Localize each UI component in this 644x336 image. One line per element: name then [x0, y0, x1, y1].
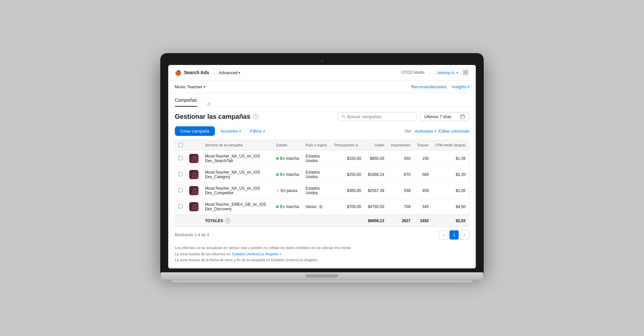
- table-row: 🎵 MusicTeacher_EMEA_GB_en_iOS Dev_Discov…: [175, 199, 469, 215]
- row2-check-cell[interactable]: [175, 166, 186, 182]
- apple-logo-icon: 🍎: [175, 70, 181, 76]
- row4-icon-cell: 🎵: [186, 199, 202, 215]
- footer-line3: La zona horaria de la fecha de inicio y …: [175, 257, 469, 263]
- row2-impressions-cell: 870: [387, 166, 414, 182]
- row1-budget-cell: $150,00: [331, 150, 364, 166]
- row3-pause-icon: ⏸: [276, 189, 279, 192]
- filters-dropdown-button[interactable]: Filtros ▾: [247, 127, 268, 136]
- app-selector-button[interactable]: Music Teacher ▾: [175, 84, 205, 89]
- row3-budget-cell: $360,00: [331, 182, 364, 199]
- row3-name-cell[interactable]: MusicTeacher_NA_US_en_iOS Dev_Competitor: [202, 182, 273, 199]
- advanced-mode-button[interactable]: Advanced ▾: [219, 70, 241, 75]
- search-campaigns-input[interactable]: [347, 114, 413, 119]
- edit-columns-button[interactable]: Editar columnas: [439, 129, 469, 134]
- row3-checkbox[interactable]: [178, 188, 183, 192]
- row4-spend-cell: $4760,50: [364, 199, 387, 215]
- toolbar-left: Crear campaña Acciones ▾ Filtros ▾: [175, 126, 268, 136]
- totals-row: TOTALES ? $9858,13 2627 1492 $2,83: [175, 215, 469, 227]
- row4-name-cell[interactable]: MusicTeacher_EMEA_GB_en_iOS Dev_Discover…: [202, 199, 273, 215]
- row3-app-icon: 🎵: [189, 186, 198, 195]
- varios-badge: Varios 6: [306, 204, 324, 209]
- acciones-chevron-icon: ▾: [239, 129, 241, 133]
- row4-status-dot: [276, 205, 279, 208]
- view-filter-button[interactable]: Activadas ▾: [415, 129, 436, 134]
- row1-app-icon: 🎵: [189, 154, 198, 163]
- search-campaigns-box[interactable]: [338, 112, 417, 121]
- user-chevron-icon: ▾: [456, 71, 458, 74]
- cpa-header[interactable]: CPA medio (toque): [432, 140, 469, 151]
- tab-campaigns[interactable]: Campañas: [175, 97, 197, 107]
- sub-nav: Music Teacher ▾ Recomendaciones Insights…: [168, 81, 476, 93]
- row1-status-text: En marcha: [280, 156, 299, 161]
- nav-divider: [214, 70, 214, 75]
- pagination-next-button[interactable]: ›: [460, 230, 469, 240]
- status-header[interactable]: Estado: [273, 140, 302, 151]
- row1-taps-cell: 150: [414, 150, 432, 166]
- footer-line1: Los informes no se actualizan en tiempo …: [175, 245, 469, 251]
- row4-check-cell[interactable]: [175, 199, 186, 215]
- select-all-header[interactable]: [175, 140, 186, 151]
- taps-header[interactable]: Toques: [414, 140, 432, 151]
- row3-status-cell: ⏸ En pausa: [273, 182, 302, 199]
- table-row: 🎵 MusicTeacher_NA_US_en_iOS Dev_Competit…: [175, 182, 469, 199]
- insights-chevron-icon: ▾: [468, 85, 469, 89]
- row4-checkbox[interactable]: [178, 204, 183, 208]
- advanced-chevron-icon: ▾: [239, 71, 240, 74]
- svg-rect-0: [464, 71, 465, 72]
- row3-cpa-cell: $2,05: [432, 182, 469, 199]
- row3-spend-cell: $2567,39: [364, 182, 387, 199]
- varios-count-badge: 6: [318, 204, 324, 209]
- timezone-chevron-icon: ▾: [280, 253, 281, 256]
- calendar-icon: [460, 114, 465, 119]
- ver-label: Ver:: [404, 129, 412, 134]
- timezone-link[interactable]: Estados Unidos/Los Ángeles: [232, 252, 279, 256]
- user-menu-button[interactable]: Johnny A. ▾: [437, 70, 458, 75]
- spend-header[interactable]: Gasto: [364, 140, 387, 151]
- totals-help-icon[interactable]: ?: [225, 218, 230, 223]
- table-row: 🎵 MusicTeacher_NA_US_en_iOS Dev_SearchTa…: [175, 150, 469, 166]
- impressions-header[interactable]: Impresiones: [387, 140, 414, 151]
- insights-button[interactable]: Insights ▾: [452, 84, 469, 89]
- svg-line-5: [344, 117, 345, 118]
- recommendations-button[interactable]: Recomendaciones: [411, 84, 447, 89]
- row1-spend-cell: $850,00: [364, 150, 387, 166]
- sub-nav-right: Recomendaciones Insights ▾: [411, 84, 470, 89]
- top-nav-left: 🍎 Search Ads Advanced ▾: [175, 70, 240, 76]
- row2-cpa-cell: $3,20: [432, 166, 469, 182]
- search-icon: [341, 115, 345, 119]
- svg-rect-1: [466, 71, 468, 72]
- pagination-prev-button[interactable]: ‹: [439, 230, 448, 240]
- row3-impressions-cell: 598: [387, 182, 414, 199]
- date-range-picker[interactable]: Últimos 7 días: [420, 112, 469, 121]
- nav-divider-2: [430, 70, 431, 75]
- row1-check-cell[interactable]: [175, 150, 186, 166]
- totals-label-cell: TOTALES ?: [202, 215, 331, 227]
- history-icon[interactable]: ↺: [207, 102, 211, 107]
- row2-name-cell[interactable]: MusicTeacher_NA_US_en_iOS Dev_Category: [202, 166, 273, 182]
- budget-header[interactable]: Presupuesto d…: [331, 140, 364, 151]
- campaign-name-header[interactable]: Nombre de la campaña: [202, 140, 273, 151]
- row1-checkbox[interactable]: [178, 156, 183, 160]
- pagination-page1-button[interactable]: 1: [449, 230, 459, 240]
- row2-status-dot: [276, 173, 279, 176]
- row1-name-cell[interactable]: MusicTeacher_NA_US_en_iOS Dev_SearchTab: [202, 150, 273, 166]
- create-campaign-button[interactable]: Crear campaña: [175, 126, 215, 136]
- showing-count: Mostrando 1-4 de 4: [175, 233, 209, 237]
- country-header[interactable]: País o región: [302, 140, 331, 151]
- layout-toggle-button[interactable]: [462, 69, 469, 76]
- page-content: Gestionar las campañas ?: [168, 107, 476, 268]
- row4-status-text: En marcha: [280, 204, 299, 209]
- select-all-checkbox[interactable]: [178, 143, 183, 147]
- actions-dropdown-button[interactable]: Acciones ▾: [218, 127, 244, 136]
- row3-check-cell[interactable]: [175, 182, 186, 199]
- table-header-row: Nombre de la campaña Estado País o regió…: [175, 140, 469, 151]
- help-icon[interactable]: ?: [253, 114, 258, 119]
- row4-impressions-cell: 709: [387, 199, 414, 215]
- row4-country-cell: Varios 6: [302, 199, 331, 215]
- row2-checkbox[interactable]: [178, 172, 183, 176]
- totals-taps-cell: 1492: [414, 215, 432, 227]
- row1-country-cell: Estados Unidos: [302, 150, 331, 166]
- row3-taps-cell: 408: [414, 182, 432, 199]
- row3-status-text: En pausa: [281, 188, 297, 193]
- row4-app-icon: 🎵: [189, 202, 198, 211]
